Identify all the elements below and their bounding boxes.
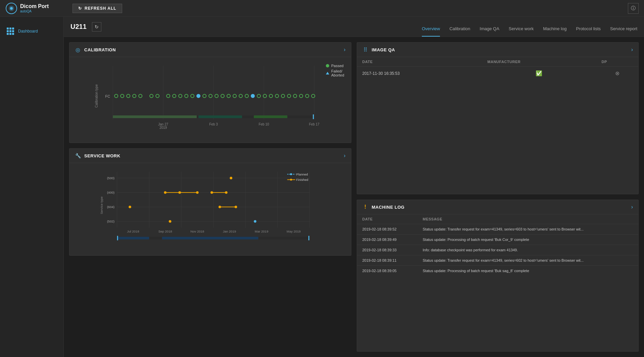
- panels-row: ◎ CALIBRATION › Passed: [64, 37, 644, 357]
- svg-text:May 2019: May 2019: [287, 230, 301, 233]
- logo-sub: autoQA: [20, 9, 49, 13]
- calibration-expand-icon[interactable]: ›: [344, 47, 345, 53]
- image-qa-expand-icon[interactable]: ›: [631, 47, 633, 53]
- svg-point-27: [197, 94, 200, 98]
- service-work-expand-icon[interactable]: ›: [344, 153, 345, 159]
- image-qa-header: ⠿ IMAGE QA ›: [357, 43, 639, 57]
- main-layout: Dashboard U211 ↻ Overview Calibration Im…: [0, 17, 644, 357]
- iq-dp: ⊗: [596, 67, 638, 80]
- calibration-panel: ◎ CALIBRATION › Passed: [69, 42, 351, 143]
- svg-point-19: [139, 94, 142, 98]
- failed-triangle: [326, 72, 329, 74]
- grid-icon: ⠿: [362, 47, 368, 53]
- service-work-header: 🔧 SERVICE WORK ›: [69, 149, 351, 163]
- svg-point-88: [129, 206, 131, 208]
- svg-text:Jan 2019: Jan 2019: [223, 230, 236, 233]
- eye-icon: ◎: [75, 47, 81, 53]
- svg-point-25: [185, 94, 188, 98]
- svg-rect-48: [113, 115, 197, 118]
- machine-log-panel: ! MACHINE LOG › DATE MESSAGE 2019-02-18 …: [357, 200, 639, 352]
- ml-date-cell: 2019-02-18 08:39:49: [357, 235, 417, 245]
- ml-date-cell: 2019-02-18 08:39:33: [357, 245, 417, 255]
- device-nav: Overview Calibration Image QA Service wo…: [422, 17, 637, 37]
- machine-log-expand-icon[interactable]: ›: [631, 204, 633, 210]
- svg-point-86: [225, 191, 228, 194]
- nav-calibration[interactable]: Calibration: [449, 26, 470, 37]
- dashboard-icon: [7, 28, 14, 35]
- svg-point-45: [305, 94, 309, 98]
- svg-point-75: [290, 173, 292, 175]
- svg-point-78: [290, 179, 292, 181]
- image-qa-table: DATE MANUFACTURER DP 2017-11-30 16:35:53…: [357, 57, 639, 80]
- ml-col-date: DATE: [357, 214, 417, 224]
- svg-point-83: [196, 191, 199, 194]
- list-item: 2019-02-18 08:39:52 Status update: Trans…: [357, 224, 639, 235]
- device-header: U211 ↻ Overview Calibration Image QA Ser…: [64, 17, 644, 37]
- ml-message-cell: Status update: Processing of batch reque…: [417, 266, 639, 276]
- sidebar-item-dashboard[interactable]: Dashboard: [0, 23, 63, 39]
- svg-text:Service type: Service type: [100, 197, 103, 214]
- svg-point-91: [235, 206, 237, 208]
- svg-point-93: [254, 220, 256, 223]
- col-dp: DP: [596, 57, 638, 67]
- svg-point-87: [230, 177, 233, 180]
- svg-rect-50: [254, 115, 287, 118]
- refresh-label: REFRESH ALL: [85, 6, 116, 11]
- svg-point-17: [127, 94, 130, 98]
- nav-protocol-lists[interactable]: Protocol lists: [576, 26, 601, 37]
- ml-date-cell: 2019-02-18 08:39:52: [357, 224, 417, 235]
- svg-point-92: [169, 220, 171, 223]
- nav-image-qa[interactable]: Image QA: [480, 26, 499, 37]
- svg-point-44: [299, 94, 303, 98]
- svg-text:Calibration type: Calibration type: [95, 84, 98, 108]
- nav-service-report[interactable]: Service report: [610, 26, 637, 37]
- nav-machine-log[interactable]: Machine log: [543, 26, 566, 37]
- svg-point-23: [172, 94, 176, 98]
- svg-text:(500): (500): [107, 176, 114, 180]
- info-button[interactable]: ⓘ: [628, 3, 639, 14]
- nav-service-work[interactable]: Service work: [509, 26, 534, 37]
- calibration-title: CALIBRATION: [84, 47, 340, 52]
- nav-overview[interactable]: Overview: [422, 26, 440, 37]
- machine-log-header: ! MACHINE LOG ›: [357, 200, 639, 214]
- svg-rect-51: [313, 114, 314, 119]
- svg-text:(604): (604): [107, 205, 114, 209]
- svg-text:Feb 3: Feb 3: [209, 122, 218, 126]
- service-work-chart-area: Service type: [69, 163, 351, 255]
- svg-point-85: [210, 191, 213, 194]
- list-item: 2019-02-18 08:39:11 Status update: Trans…: [357, 255, 639, 266]
- calibration-chart: Calibration type FC Jan 27 2019: [75, 62, 346, 130]
- machine-log-title: MACHINE LOG: [372, 205, 628, 210]
- svg-text:Feb 17: Feb 17: [309, 122, 320, 126]
- svg-point-36: [251, 94, 254, 98]
- ml-col-message: MESSAGE: [417, 214, 639, 224]
- col-manufacturer: MANUFACTURER: [482, 57, 596, 67]
- svg-point-15: [114, 94, 118, 98]
- wrench-icon: 🔧: [75, 153, 81, 159]
- device-id: U211: [70, 23, 87, 31]
- legend-failed: Failed/ Aborted: [326, 69, 344, 77]
- list-item: 2019-02-18 08:39:49 Status update: Proce…: [357, 235, 639, 245]
- svg-text:Feb 10: Feb 10: [259, 122, 269, 126]
- svg-point-18: [133, 94, 136, 98]
- svg-point-40: [275, 94, 279, 98]
- svg-text:Jul 2018: Jul 2018: [127, 230, 139, 233]
- image-qa-title: IMAGE QA: [372, 47, 628, 52]
- check-icon: ✅: [536, 70, 542, 76]
- col-date: DATE: [357, 57, 482, 67]
- svg-rect-96: [162, 237, 258, 240]
- calibration-panel-header: ◎ CALIBRATION ›: [69, 43, 351, 57]
- svg-text:FC: FC: [105, 94, 110, 98]
- svg-point-30: [215, 94, 218, 98]
- device-refresh-button[interactable]: ↻: [92, 22, 101, 32]
- svg-point-32: [227, 94, 230, 98]
- svg-point-22: [166, 94, 170, 98]
- svg-point-37: [257, 94, 260, 98]
- info-icon: ⓘ: [631, 5, 636, 11]
- service-work-chart: Service type: [75, 168, 346, 242]
- refresh-all-button[interactable]: ↻ REFRESH ALL: [72, 4, 122, 13]
- svg-point-43: [293, 94, 297, 98]
- iq-manufacturer: ✅: [482, 67, 596, 80]
- svg-point-24: [179, 94, 182, 98]
- svg-point-42: [287, 94, 291, 98]
